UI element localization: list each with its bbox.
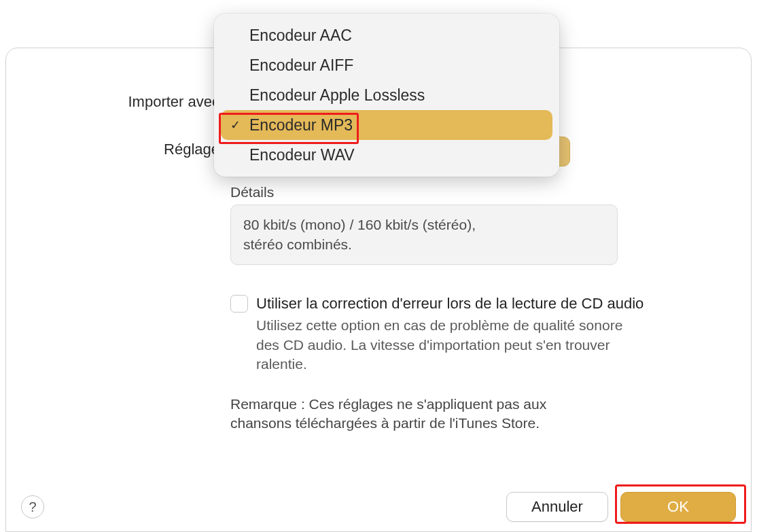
encoder-option-1[interactable]: Encodeur AIFF	[221, 50, 552, 80]
import-with-label: Importer avec	[94, 89, 224, 111]
encoder-option-label: Encodeur Apple Lossless	[249, 86, 425, 105]
ok-button[interactable]: OK	[620, 492, 736, 522]
encoder-dropdown-popup: Encodeur AACEncodeur AIFFEncodeur Apple …	[214, 14, 559, 177]
error-correction-row: Utiliser la correction d'erreur lors de …	[230, 294, 730, 374]
settings-note: Remarque : Ces réglages ne s'appliquent …	[230, 395, 550, 433]
help-button[interactable]: ?	[21, 495, 44, 518]
details-box: 80 kbit/s (mono) / 160 kbit/s (stéréo), …	[230, 205, 618, 265]
ok-button-label: OK	[667, 498, 689, 516]
encoder-option-label: Encodeur AAC	[249, 26, 352, 45]
encoder-option-4[interactable]: Encodeur WAV	[221, 140, 552, 170]
error-correction-label: Utiliser la correction d'erreur lors de …	[256, 294, 644, 314]
encoder-option-label: Encodeur WAV	[249, 146, 355, 164]
error-correction-checkbox[interactable]	[230, 295, 248, 313]
help-icon: ?	[29, 499, 36, 515]
dialog-footer: ? Annuler OK	[21, 492, 736, 522]
check-icon: ✓	[230, 118, 241, 132]
encoder-option-label: Encodeur AIFF	[249, 56, 353, 75]
footer-buttons: Annuler OK	[506, 492, 736, 522]
cancel-button[interactable]: Annuler	[506, 492, 608, 522]
error-correction-description: Utilisez cette option en cas de problème…	[256, 316, 637, 374]
cancel-button-label: Annuler	[531, 498, 583, 516]
setting-label: Réglage	[94, 137, 224, 158]
details-line1: 80 kbit/s (mono) / 160 kbit/s (stéréo),	[243, 215, 605, 234]
details-line2: stéréo combinés.	[243, 234, 605, 254]
encoder-option-2[interactable]: Encodeur Apple Lossless	[221, 80, 552, 110]
details-heading: Détails	[230, 184, 730, 200]
encoder-option-label: Encodeur MP3	[249, 116, 353, 135]
encoder-option-0[interactable]: Encodeur AAC	[221, 20, 552, 50]
encoder-option-3[interactable]: ✓Encodeur MP3	[221, 110, 552, 140]
error-correction-text: Utiliser la correction d'erreur lors de …	[256, 294, 644, 374]
